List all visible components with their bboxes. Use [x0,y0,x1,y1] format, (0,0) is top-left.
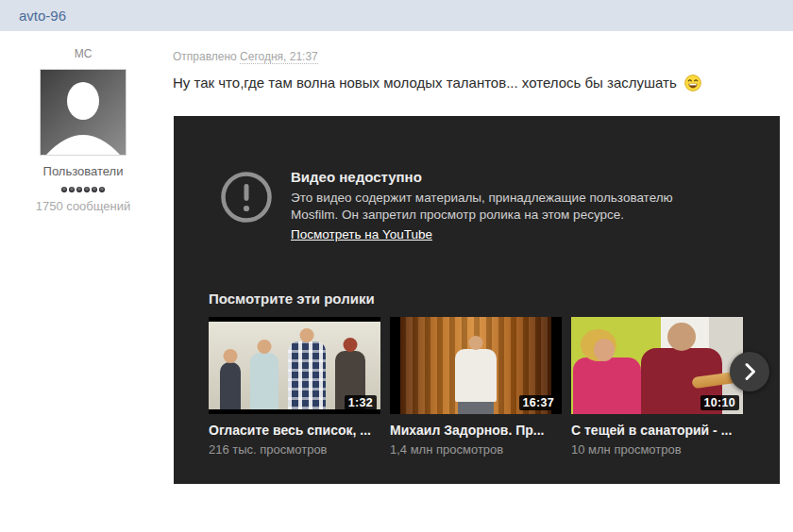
reputation-pips [19,184,147,192]
post-message-text: Ну так что,где там волна новых молодых т… [173,75,677,91]
video-views: 10 млн просмотров [571,442,743,457]
reputation-pip [61,187,67,192]
reputation-pip [84,187,90,192]
duration-badge: 16:37 [519,395,558,410]
watch-on-youtube-link[interactable]: Посмотреть на YouTube [291,227,432,241]
thumbnail-figure [455,349,497,402]
reputation-pip [99,187,105,192]
next-videos-button[interactable] [730,352,769,391]
suggested-videos-row: 1:32 Огласите весь список, ... 216 тыс. … [209,317,743,457]
video-thumbnail[interactable]: 10:10 [571,317,743,414]
video-title: Михаил Задорнов. Пр... [390,423,562,438]
video-thumbnail[interactable]: 1:32 [209,317,380,414]
member-title: МС [19,47,147,60]
chevron-right-icon [737,359,762,384]
author-username-link[interactable]: avto-96 [19,8,66,24]
user-info-panel: МС Пользователи 1750 сообщений [19,47,147,213]
video-thumbnail[interactable]: 16:37 [390,317,562,414]
error-title: Видео недоступно [291,169,744,185]
post-meta: Отправлено Сегодня, 21:37 [173,50,318,63]
duration-badge: 10:10 [700,395,739,410]
user-avatar[interactable] [40,69,127,156]
video-card[interactable]: 10:10 С тещей в санаторий - ... 10 млн п… [571,317,743,457]
exclamation-circle-icon [219,170,274,224]
error-description-line: Mosfilm. Он запретил просмотр ролика на … [291,207,744,224]
youtube-embed-player: Видео недоступно Это видео содержит мате… [174,116,780,484]
post-timestamp[interactable]: Сегодня, 21:37 [240,50,318,64]
user-group-label: Пользователи [19,164,147,178]
video-card[interactable]: 16:37 Михаил Задорнов. Пр... 1,4 млн про… [390,317,562,457]
post-header-bar: avto-96 [0,0,793,31]
reputation-pip [76,187,82,192]
thumbnail-figure [250,353,278,409]
laughing-smiley-icon [684,75,701,97]
video-title: С тещей в санаторий - ... [571,423,743,438]
reputation-pip [69,187,75,192]
error-description-line: Это видео содержит материалы, принадлежа… [291,190,744,207]
post-message: Ну так что,где там волна новых молодых т… [173,73,701,97]
duration-badge: 1:32 [345,395,377,410]
suggestions-title: Посмотрите эти ролики [209,291,375,307]
post-count: 1750 сообщений [19,199,147,213]
reputation-pip [92,187,97,192]
sent-label: Отправлено [173,50,237,63]
video-views: 1,4 млн просмотров [390,442,562,457]
thumbnail-figure [573,357,641,414]
thumbnail-figure [220,362,241,409]
video-title: Огласите весь список, ... [209,423,380,438]
thumbnail-figure [458,401,494,414]
error-message-block: Видео недоступно Это видео содержит мате… [291,169,744,242]
person-silhouette-icon [41,70,126,155]
video-card[interactable]: 1:32 Огласите весь список, ... 216 тыс. … [209,317,380,457]
thumbnail-figure [288,341,326,409]
video-views: 216 тыс. просмотров [209,442,380,457]
